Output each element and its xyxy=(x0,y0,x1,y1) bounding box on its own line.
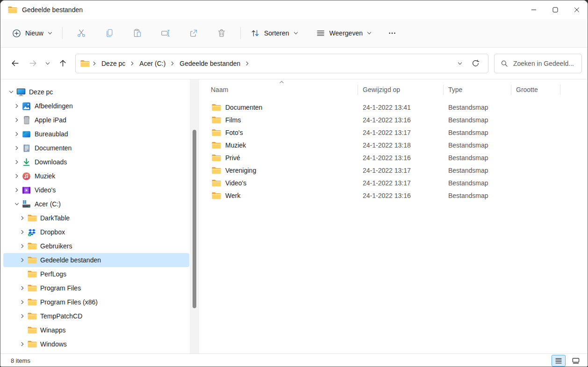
monitor-icon xyxy=(16,87,26,97)
chevron-right-icon[interactable] xyxy=(18,286,27,290)
chevron-down-icon[interactable] xyxy=(12,202,22,206)
minimize-button[interactable] xyxy=(523,0,545,19)
file-row[interactable]: Documenten24-1-2022 13:41Bestandsmap xyxy=(199,101,588,113)
sidebar-item-darktable[interactable]: DarkTable xyxy=(3,211,189,225)
up-button[interactable] xyxy=(54,55,72,72)
folder-icon xyxy=(27,284,37,292)
chevron-right-icon[interactable] xyxy=(12,118,22,122)
sidebar-item-program-files-x86[interactable]: Program Files (x86) xyxy=(3,295,189,309)
breadcrumb-segment[interactable]: Deze pc xyxy=(97,57,129,70)
file-row[interactable]: Vereniging24-1-2022 13:17Bestandsmap xyxy=(199,164,588,176)
sidebar-item-perflogs[interactable]: PerfLogs xyxy=(3,267,189,281)
chevron-right-icon[interactable] xyxy=(12,104,22,108)
search-input[interactable] xyxy=(513,60,575,67)
address-bar[interactable]: Deze pcAcer (C:)Gedeelde bestanden xyxy=(75,54,488,73)
paste-button[interactable] xyxy=(123,25,151,42)
file-row[interactable]: Foto's24-1-2022 13:17Bestandsmap xyxy=(199,126,588,139)
chevron-right-icon[interactable] xyxy=(18,314,27,318)
sidebar-item-muziek[interactable]: Muziek xyxy=(3,169,189,183)
chevron-right-icon[interactable] xyxy=(18,230,27,234)
sidebar-item-temppatchcd[interactable]: TempPatchCD xyxy=(3,309,189,323)
scrollbar-thumb[interactable] xyxy=(193,130,196,308)
sidebar-item-label: Deze pc xyxy=(29,88,53,96)
view-button-label: Weergeven xyxy=(330,29,363,37)
share-button[interactable] xyxy=(179,25,208,42)
maximize-button[interactable] xyxy=(545,0,566,19)
chevron-down-icon[interactable] xyxy=(7,90,16,94)
chevron-right-icon[interactable] xyxy=(18,342,27,346)
large-icons-view-button[interactable] xyxy=(569,355,583,367)
column-header-name[interactable]: Naam xyxy=(199,85,358,95)
back-button[interactable] xyxy=(6,55,24,72)
plus-circle-icon xyxy=(12,29,21,38)
close-button[interactable] xyxy=(566,0,588,19)
sidebar-item-apple-ipad[interactable]: Apple iPad xyxy=(3,113,189,127)
breadcrumb-segment[interactable]: Gedeelde bestanden xyxy=(175,57,244,70)
sort-button[interactable]: Sorteren xyxy=(245,25,303,42)
toolbar-separator xyxy=(62,27,63,39)
rename-button[interactable] xyxy=(151,25,179,42)
forward-button[interactable] xyxy=(24,55,42,72)
rename-icon xyxy=(161,28,170,38)
chevron-right-icon[interactable] xyxy=(18,300,27,304)
folder-icon xyxy=(212,179,221,187)
chevron-right-icon[interactable] xyxy=(12,174,22,178)
chevron-right-icon[interactable] xyxy=(12,188,22,192)
column-header-size[interactable]: Grootte xyxy=(511,85,560,95)
file-row[interactable]: Films24-1-2022 13:16Bestandsmap xyxy=(199,113,588,126)
more-options-button[interactable] xyxy=(381,25,403,41)
items-count: 8 items xyxy=(11,357,30,364)
new-button[interactable]: Nieuw xyxy=(7,25,57,42)
file-row[interactable]: Muziek24-1-2022 13:18Bestandsmap xyxy=(199,139,588,151)
sidebar-item-gedeelde-bestanden[interactable]: Gedeelde bestanden xyxy=(3,253,189,267)
sidebar-item-label: Acer (C:) xyxy=(35,200,61,208)
chevron-down-icon xyxy=(367,31,372,35)
column-header-type[interactable]: Type xyxy=(444,85,511,95)
file-row[interactable]: Privé24-1-2022 13:16Bestandsmap xyxy=(199,151,588,164)
sidebar-item-label: Bureaublad xyxy=(35,130,68,138)
chevron-right-icon[interactable] xyxy=(18,258,27,262)
chevron-right-icon[interactable] xyxy=(12,132,22,136)
sidebar-item-windows[interactable]: Windows xyxy=(3,337,189,351)
folder-icon xyxy=(8,6,17,14)
file-row[interactable]: Video's24-1-2022 13:17Bestandsmap xyxy=(199,176,588,189)
sidebar-item-acer-c[interactable]: Acer (C:) xyxy=(3,197,189,211)
tablet-icon xyxy=(22,116,31,125)
search-box xyxy=(494,54,582,73)
chevron-right-icon[interactable] xyxy=(18,216,27,220)
breadcrumb-segment[interactable]: Acer (C:) xyxy=(135,57,170,70)
breadcrumb-separator-icon xyxy=(92,61,97,66)
sidebar-item-winapps[interactable]: Winapps xyxy=(3,323,189,337)
sidebar-item-video-s[interactable]: Video's xyxy=(3,183,189,197)
up-arrow-icon xyxy=(58,59,67,68)
delete-button[interactable] xyxy=(208,25,236,42)
column-header-modified[interactable]: Gewijzigd op xyxy=(358,85,444,95)
file-row[interactable]: Werk24-1-2022 13:16Bestandsmap xyxy=(199,189,588,202)
sidebar-item-afbeeldingen[interactable]: Afbeeldingen xyxy=(3,99,189,113)
sidebar-item-bureaublad[interactable]: Bureaublad xyxy=(3,127,189,141)
recent-locations-button[interactable] xyxy=(42,55,54,72)
sidebar-item-label: Program Files (x86) xyxy=(40,298,98,306)
sidebar-item-gebruikers[interactable]: Gebruikers xyxy=(3,239,189,253)
sidebar-scrollbar[interactable] xyxy=(190,79,199,353)
sidebar-item-program-files[interactable]: Program Files xyxy=(3,281,189,295)
videos-icon xyxy=(22,186,31,195)
file-name: Video's xyxy=(225,179,246,187)
copy-button[interactable] xyxy=(95,25,123,42)
address-dropdown-icon[interactable] xyxy=(458,61,462,66)
details-view-button[interactable] xyxy=(552,355,566,367)
sidebar-item-dropbox[interactable]: Dropbox xyxy=(3,225,189,239)
sidebar-item-documenten[interactable]: Documenten xyxy=(3,141,189,155)
refresh-icon[interactable] xyxy=(472,59,480,67)
chevron-right-icon[interactable] xyxy=(12,160,22,164)
sidebar-item-deze-pc[interactable]: Deze pc xyxy=(3,85,189,99)
chevron-right-icon[interactable] xyxy=(12,146,22,150)
cut-button[interactable] xyxy=(67,25,95,42)
sidebar-item-label: Apple iPad xyxy=(35,116,66,124)
view-button[interactable]: Weergeven xyxy=(311,25,377,42)
sidebar-item-downloads[interactable]: Downloads xyxy=(3,155,189,169)
file-type: Bestandsmap xyxy=(444,192,511,199)
chevron-right-icon[interactable] xyxy=(18,244,27,248)
content-area: Deze pcAfbeeldingenApple iPadBureaubladD… xyxy=(0,79,588,353)
new-button-label: Nieuw xyxy=(25,29,43,37)
